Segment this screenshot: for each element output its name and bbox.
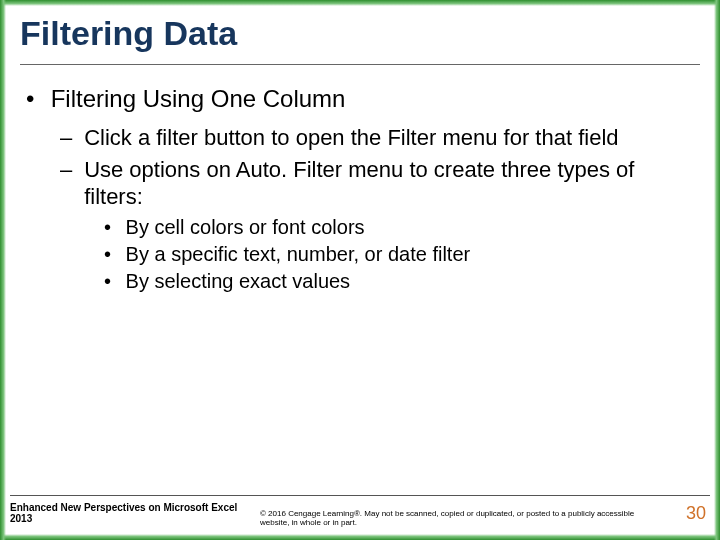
bullet-dot-icon: • [104, 215, 120, 240]
bullet-level3-text: By selecting exact values [126, 269, 686, 294]
bullet-level3-text: By cell colors or font colors [126, 215, 686, 240]
bullet-dot-icon: • [26, 84, 44, 114]
title-divider [20, 64, 700, 65]
body-content: • Filtering Using One Column – Click a f… [20, 78, 700, 296]
bullet-level3: • By selecting exact values [104, 269, 700, 294]
slide-border-top [0, 0, 720, 6]
bullet-level3: • By a specific text, number, or date fi… [104, 242, 700, 267]
slide-title: Filtering Data [20, 14, 237, 53]
slide-border-bottom [0, 534, 720, 540]
bullet-level3: • By cell colors or font colors [104, 215, 700, 240]
bullet-level1-text: Filtering Using One Column [51, 84, 691, 114]
bullet-dot-icon: • [104, 242, 120, 267]
bullet-level2: – Use options on Auto. Filter menu to cr… [60, 156, 700, 211]
bullet-dash-icon: – [60, 156, 78, 184]
bullet-dash-icon: – [60, 124, 78, 152]
footer-left-text: Enhanced New Perspectives on Microsoft E… [10, 502, 250, 524]
footer-copyright: © 2016 Cengage Learning®. May not be sca… [260, 509, 640, 528]
bullet-level2-text: Click a filter button to open the Filter… [84, 124, 684, 152]
bullet-level2-text: Use options on Auto. Filter menu to crea… [84, 156, 684, 211]
bullet-level1: • Filtering Using One Column [26, 84, 700, 114]
bullet-level2: – Click a filter button to open the Filt… [60, 124, 700, 152]
slide-border-right [714, 0, 720, 540]
page-number: 30 [686, 503, 706, 524]
slide-border-left [0, 0, 6, 540]
footer-divider [10, 495, 710, 496]
bullet-dot-icon: • [104, 269, 120, 294]
bullet-level3-text: By a specific text, number, or date filt… [126, 242, 686, 267]
